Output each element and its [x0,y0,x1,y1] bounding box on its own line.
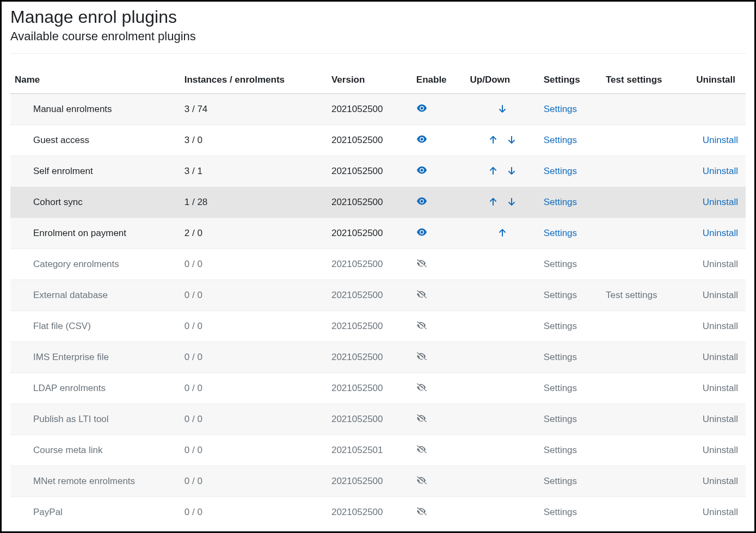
plugin-name: Cohort sync [10,187,180,218]
uninstall-link[interactable]: Uninstall [703,166,738,176]
arrow-up-icon[interactable] [488,196,499,207]
arrow-up-icon[interactable] [488,165,499,176]
eye-slash-icon[interactable] [416,289,427,300]
eye-icon[interactable] [416,196,427,207]
uninstall-link[interactable]: Uninstall [703,135,738,145]
col-header-version: Version [327,67,412,94]
plugin-name: Enrolment on payment [10,218,180,249]
plugin-version: 2021052500 [327,187,412,218]
eye-icon[interactable] [416,103,427,114]
col-header-settings: Settings [539,67,601,94]
plugin-instances: 3 / 0 [180,125,327,156]
settings-link[interactable]: Settings [544,197,577,207]
settings-link[interactable]: Settings [544,135,577,145]
plugin-instances: 0 / 0 [180,373,327,404]
arrow-up-icon[interactable] [497,227,508,238]
eye-slash-icon[interactable] [416,351,427,362]
plugin-instances: 0 / 0 [180,249,327,280]
plugin-instances: 0 / 0 [180,342,327,373]
table-row: Flat file (CSV)0 / 02021052500SettingsUn… [10,311,746,342]
plugin-version: 2021052500 [327,466,412,497]
eye-slash-icon[interactable] [416,320,427,331]
settings-link[interactable]: Settings [544,352,577,362]
table-row: Enrolment on payment2 / 02021052500Setti… [10,218,746,249]
plugin-name: External database [10,280,180,311]
arrow-up-icon[interactable] [488,134,499,145]
plugin-version: 2021052500 [327,311,412,342]
plugin-name: Guest access [10,125,180,156]
uninstall-link[interactable]: Uninstall [703,352,738,362]
uninstall-link[interactable]: Uninstall [703,197,738,207]
col-header-instances: Instances / enrolments [180,67,327,94]
plugin-instances: 0 / 0 [180,497,327,528]
plugin-name: LDAP enrolments [10,373,180,404]
plugin-name: Course meta link [10,435,180,466]
table-row: External database0 / 02021052500Settings… [10,280,746,311]
plugin-name: PayPal [10,497,180,528]
settings-link[interactable]: Settings [544,166,577,176]
page-title: Manage enrol plugins [10,7,746,27]
plugin-instances: 3 / 74 [180,94,327,125]
arrow-down-icon[interactable] [497,103,508,114]
plugin-version: 2021052500 [327,404,412,435]
table-row: Self enrolment3 / 12021052500SettingsUni… [10,156,746,187]
table-row: Course meta link0 / 02021052501SettingsU… [10,435,746,466]
table-row: Cohort sync1 / 282021052500SettingsUnins… [10,187,746,218]
table-row: Category enrolments0 / 02021052500Settin… [10,249,746,280]
plugin-version: 2021052500 [327,94,412,125]
eye-icon[interactable] [416,227,427,238]
plugin-version: 2021052500 [327,342,412,373]
uninstall-link[interactable]: Uninstall [703,445,738,455]
uninstall-link[interactable]: Uninstall [703,321,738,331]
uninstall-link[interactable]: Uninstall [703,476,738,486]
settings-link[interactable]: Settings [544,414,577,424]
eye-slash-icon[interactable] [416,258,427,269]
eye-icon[interactable] [416,165,427,176]
plugin-name: Category enrolments [10,249,180,280]
plugin-name: Self enrolment [10,156,180,187]
eye-slash-icon[interactable] [416,444,427,455]
table-row: Manual enrolments3 / 742021052500Setting… [10,94,746,125]
arrow-down-icon[interactable] [506,134,517,145]
settings-link[interactable]: Settings [544,507,577,517]
eye-slash-icon[interactable] [416,382,427,393]
eye-slash-icon[interactable] [416,413,427,424]
settings-link[interactable]: Settings [544,321,577,331]
arrow-down-icon[interactable] [506,196,517,207]
plugin-name: MNet remote enrolments [10,466,180,497]
settings-link[interactable]: Settings [544,476,577,486]
uninstall-link[interactable]: Uninstall [703,414,738,424]
test-settings-link[interactable]: Test settings [606,290,657,300]
col-header-uninstall: Uninstall [692,67,746,94]
plugin-name: Flat file (CSV) [10,311,180,342]
plugin-version: 2021052500 [327,125,412,156]
settings-link[interactable]: Settings [544,383,577,393]
settings-link[interactable]: Settings [544,228,577,238]
table-header-row: Name Instances / enrolments Version Enab… [10,67,746,94]
page-subtitle: Available course enrolment plugins [10,29,746,44]
plugin-version: 2021052500 [327,156,412,187]
col-header-name: Name [10,67,180,94]
arrow-down-icon[interactable] [506,165,517,176]
eye-slash-icon[interactable] [416,506,427,517]
uninstall-link[interactable]: Uninstall [703,228,738,238]
settings-link[interactable]: Settings [544,445,577,455]
uninstall-link[interactable]: Uninstall [703,507,738,517]
eye-slash-icon[interactable] [416,475,427,486]
plugin-version: 2021052500 [327,373,412,404]
plugin-name: Publish as LTI tool [10,404,180,435]
col-header-updown: Up/Down [466,67,539,94]
settings-link[interactable]: Settings [544,259,577,269]
uninstall-link[interactable]: Uninstall [703,259,738,269]
table-row: PayPal0 / 02021052500SettingsUninstall [10,497,746,528]
settings-link[interactable]: Settings [544,290,577,300]
settings-link[interactable]: Settings [544,104,577,114]
uninstall-link[interactable]: Uninstall [703,383,738,393]
divider [10,53,746,54]
eye-icon[interactable] [416,134,427,145]
table-row: Publish as LTI tool0 / 02021052500Settin… [10,404,746,435]
plugin-instances: 0 / 0 [180,435,327,466]
uninstall-link[interactable]: Uninstall [703,290,738,300]
enrol-plugins-table: Name Instances / enrolments Version Enab… [10,67,746,528]
plugin-instances: 0 / 0 [180,311,327,342]
